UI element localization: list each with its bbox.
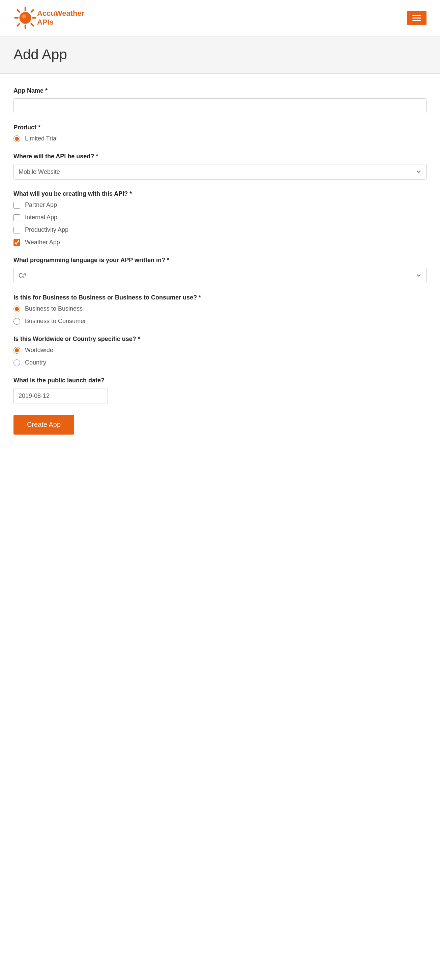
radio-worldwide[interactable]: Worldwide (13, 347, 427, 354)
svg-point-0 (19, 12, 31, 24)
svg-line-7 (31, 10, 33, 12)
create-btn-group: Create App (13, 415, 427, 434)
radio-label-worldwide: Worldwide (25, 347, 53, 354)
accuweather-logo-icon (13, 6, 37, 30)
launch-date-label: What is the public launch date? (13, 377, 427, 384)
radio-input-worldwide[interactable] (13, 347, 20, 354)
header: AccuWeather APIs (0, 0, 440, 36)
worldwide-group: Is this Worldwide or Country specific us… (13, 336, 427, 366)
checkbox-partner-app[interactable]: Partner App (13, 202, 427, 208)
checkbox-input-partner-app[interactable] (13, 202, 20, 208)
checkbox-input-weather-app[interactable] (13, 239, 20, 246)
api-used-group: Where will the API be used? * Mobile Web… (13, 153, 427, 180)
logo: AccuWeather APIs (13, 6, 84, 30)
app-name-label: App Name * (13, 87, 427, 94)
b2b-group: Is this for Business to Business or Busi… (13, 294, 427, 325)
product-label: Product * (13, 124, 427, 131)
app-name-input[interactable] (13, 99, 427, 113)
checkbox-label-weather-app: Weather App (25, 239, 60, 246)
checkbox-input-productivity-app[interactable] (13, 227, 20, 234)
checkbox-productivity-app[interactable]: Productivity App (13, 226, 427, 234)
launch-date-input[interactable] (13, 388, 108, 404)
creating-group: What will you be creating with this API?… (13, 190, 427, 246)
product-radio-label-limited-trial: Limited Trial (25, 135, 57, 142)
hamburger-menu-button[interactable] (407, 11, 427, 25)
page-title: Add App (13, 46, 427, 63)
radio-label-country: Country (25, 359, 46, 366)
product-radio-limited-trial[interactable]: Limited Trial (13, 135, 427, 142)
b2b-label: Is this for Business to Business or Busi… (13, 294, 427, 301)
checkbox-label-partner-app: Partner App (25, 202, 57, 208)
radio-label-b2b: Business to Business (25, 305, 83, 312)
launch-date-group: What is the public launch date? (13, 377, 427, 404)
svg-line-5 (17, 10, 19, 12)
logo-text: AccuWeather APIs (37, 9, 84, 27)
page-title-bar: Add App (0, 37, 440, 73)
checkbox-label-productivity-app: Productivity App (25, 226, 69, 234)
language-label: What programming language is your APP wr… (13, 257, 427, 264)
api-used-select[interactable]: Mobile Website Web App Mobile App Deskto… (13, 164, 427, 180)
radio-input-country[interactable] (13, 360, 20, 366)
add-app-form: App Name * Product * Limited Trial Where… (0, 74, 440, 459)
radio-label-b2c: Business to Consumer (25, 318, 86, 325)
radio-b2c[interactable]: Business to Consumer (13, 318, 427, 325)
radio-input-b2b[interactable] (13, 305, 20, 312)
radio-input-b2c[interactable] (13, 318, 20, 325)
product-radio-input-limited-trial[interactable] (13, 135, 20, 142)
hamburger-line-2 (412, 18, 421, 19)
checkbox-input-internal-app[interactable] (13, 214, 20, 221)
hamburger-line-1 (412, 15, 421, 16)
language-select[interactable]: C# Java Python JavaScript Swift (13, 268, 427, 283)
language-group: What programming language is your APP wr… (13, 257, 427, 283)
worldwide-label: Is this Worldwide or Country specific us… (13, 336, 427, 343)
svg-point-9 (22, 14, 26, 19)
checkbox-internal-app[interactable]: Internal App (13, 214, 427, 221)
svg-line-6 (31, 24, 33, 26)
creating-label: What will you be creating with this API?… (13, 190, 427, 197)
app-name-group: App Name * (13, 87, 427, 113)
checkbox-label-internal-app: Internal App (25, 214, 57, 221)
product-group: Product * Limited Trial (13, 124, 427, 142)
api-used-label: Where will the API be used? * (13, 153, 427, 160)
create-app-button[interactable]: Create App (13, 415, 74, 434)
checkbox-weather-app[interactable]: Weather App (13, 239, 427, 246)
radio-b2b[interactable]: Business to Business (13, 305, 427, 312)
hamburger-line-3 (412, 20, 421, 21)
svg-line-8 (17, 24, 19, 26)
radio-country[interactable]: Country (13, 359, 427, 366)
